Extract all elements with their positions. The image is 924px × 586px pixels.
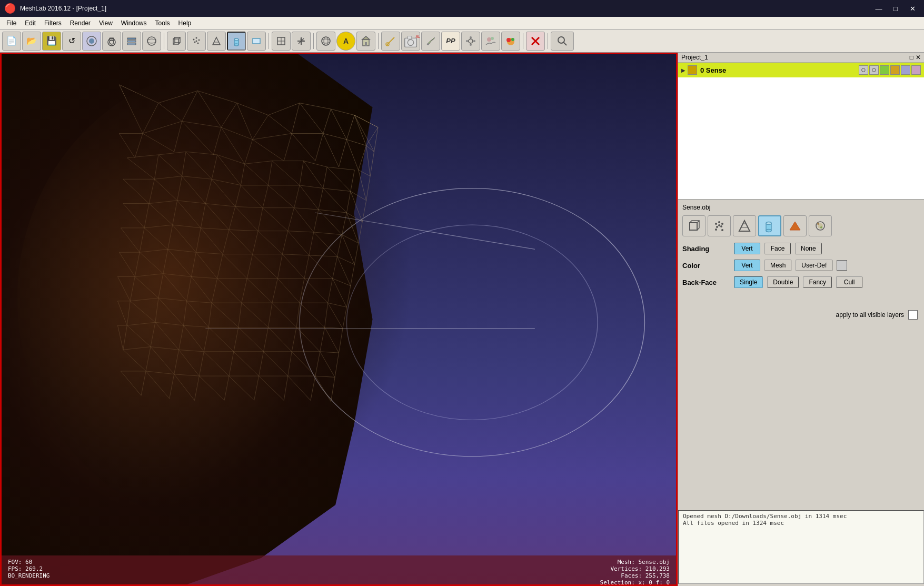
svg-point-51	[466, 40, 468, 42]
globe-button[interactable]	[316, 32, 335, 51]
status-right: Mesh: Sense.obj Vertices: 210,293 Faces:…	[600, 559, 670, 586]
menu-item-render[interactable]: Render	[66, 18, 95, 28]
menu-item-view[interactable]: View	[95, 18, 117, 28]
render-points-btn[interactable]	[708, 215, 731, 236]
backface-cull-btn[interactable]: Cull	[836, 276, 862, 288]
svg-point-23	[234, 38, 239, 41]
color-mesh-btn[interactable]: Mesh	[764, 260, 791, 271]
toolbar: 📄 📂 💾 ↺	[0, 29, 924, 53]
menu-item-help[interactable]: Help	[174, 18, 196, 28]
axis-button[interactable]	[292, 32, 311, 51]
shading-face-btn[interactable]: Face	[764, 243, 791, 254]
flat-button[interactable]	[247, 32, 266, 51]
titlebar-controls: — □ ✕	[871, 3, 920, 14]
svg-point-20	[197, 42, 199, 44]
mesh-cage-button[interactable]	[207, 32, 226, 51]
reload-button[interactable]: ↺	[62, 32, 81, 51]
plugin-button[interactable]	[82, 32, 101, 51]
titlebar-left: 🔴 MeshLab 2016.12 - [Project_1]	[4, 3, 106, 14]
toolbar-sep-2	[269, 33, 269, 49]
selection-info: Selection: x: 0 f: 0	[600, 579, 670, 586]
minimize-button[interactable]: —	[871, 3, 886, 14]
svg-point-35	[322, 39, 330, 43]
svg-point-78	[718, 224, 720, 226]
render-flat-btn[interactable]	[758, 215, 781, 236]
color-vert-btn[interactable]: Vert	[734, 260, 760, 271]
search-button[interactable]	[551, 32, 574, 51]
shading-vert-btn[interactable]: Vert	[734, 243, 760, 254]
properties-panel: Sense.obj	[678, 200, 924, 508]
color-swatch[interactable]	[837, 260, 847, 271]
cylinder-button[interactable]	[227, 32, 246, 51]
backface-single-btn[interactable]: Single	[734, 276, 763, 288]
person-button[interactable]	[481, 32, 500, 51]
panel-title-bar: Project_1 □ ✕	[678, 53, 924, 63]
face-count: Faces: 255,738	[600, 572, 670, 579]
camera-button[interactable]	[102, 32, 121, 51]
toolbar-sep-3	[313, 33, 314, 49]
measure-button[interactable]	[381, 32, 400, 51]
building-button[interactable]	[356, 32, 375, 51]
panel-close-button[interactable]: ✕	[916, 54, 921, 61]
camera2-button[interactable]: AL	[401, 32, 420, 51]
menu-item-windows[interactable]: Windows	[117, 18, 151, 28]
layer-icon-5[interactable]	[901, 65, 910, 75]
fps-label: FPS: 269.2	[8, 565, 49, 572]
paintbrush-button[interactable]	[421, 32, 440, 51]
apply-all-row: apply to all visible layers	[682, 308, 920, 322]
layer-icon-6[interactable]	[911, 65, 921, 75]
svg-marker-33	[303, 40, 305, 42]
menu-item-filters[interactable]: Filters	[40, 18, 66, 28]
trackball-button[interactable]: A	[336, 32, 355, 51]
shading-none-btn[interactable]: None	[795, 243, 822, 254]
svg-line-64	[563, 42, 567, 45]
open-button[interactable]: 📂	[22, 32, 41, 51]
save-button[interactable]: 💾	[42, 32, 61, 51]
new-button[interactable]: 📄	[2, 32, 21, 51]
render-textured-btn[interactable]	[783, 215, 807, 236]
extra-button[interactable]	[501, 32, 520, 51]
menu-item-file[interactable]: File	[2, 18, 21, 28]
layer-item[interactable]: ▶ 0 Sense ⬡ ⬡	[678, 63, 924, 77]
main-content: FOV: 60 FPS: 269.2 BO_RENDERING Mesh: Se…	[0, 53, 924, 586]
viewport[interactable]: FOV: 60 FPS: 269.2 BO_RENDERING Mesh: Se…	[0, 53, 678, 586]
render-icons-row	[682, 215, 920, 236]
grid-button[interactable]	[272, 32, 291, 51]
app-title: MeshLab 2016.12 - [Project_1]	[20, 5, 106, 12]
color-userdef-btn[interactable]: User-Def	[796, 260, 832, 271]
svg-point-86	[817, 223, 819, 225]
render-wireframe-btn[interactable]	[733, 215, 756, 236]
svg-point-19	[194, 41, 196, 43]
pointcloud-button[interactable]	[187, 32, 206, 51]
menu-item-tools[interactable]: Tools	[151, 18, 174, 28]
svg-point-56	[487, 37, 491, 42]
layers-button[interactable]	[122, 32, 141, 51]
apply-checkbox[interactable]	[908, 310, 918, 320]
cube-button[interactable]	[167, 32, 186, 51]
svg-rect-7	[127, 43, 136, 45]
render-radiance-btn[interactable]	[809, 215, 832, 236]
menu-item-edit[interactable]: Edit	[21, 18, 40, 28]
maximize-button[interactable]: □	[888, 3, 903, 14]
svg-point-21	[196, 40, 197, 42]
layer-icon-3[interactable]	[880, 65, 889, 75]
mesh-overlay	[2, 54, 676, 584]
backface-fancy-btn[interactable]: Fancy	[803, 276, 832, 288]
svg-point-48	[470, 36, 472, 38]
layer-color-badge	[688, 65, 697, 75]
pp-button[interactable]: PP	[441, 32, 460, 51]
network-button[interactable]	[461, 32, 480, 51]
sphere-button[interactable]	[142, 32, 161, 51]
panel-restore-button[interactable]: □	[910, 54, 913, 61]
reject-button[interactable]	[526, 32, 545, 51]
layer-icon-2[interactable]: ⬡	[869, 65, 879, 75]
titlebar: 🔴 MeshLab 2016.12 - [Project_1] — □ ✕	[0, 0, 924, 17]
log-panel: Opened mesh D:/Downloads/Sense.obj in 13…	[678, 510, 924, 584]
render-solid-btn[interactable]	[682, 215, 706, 236]
svg-point-87	[820, 226, 822, 229]
svg-point-8	[147, 37, 156, 45]
layer-icon-1[interactable]: ⬡	[859, 65, 868, 75]
backface-double-btn[interactable]: Double	[767, 276, 799, 288]
close-button[interactable]: ✕	[905, 3, 920, 14]
layer-icon-4[interactable]	[890, 65, 900, 75]
